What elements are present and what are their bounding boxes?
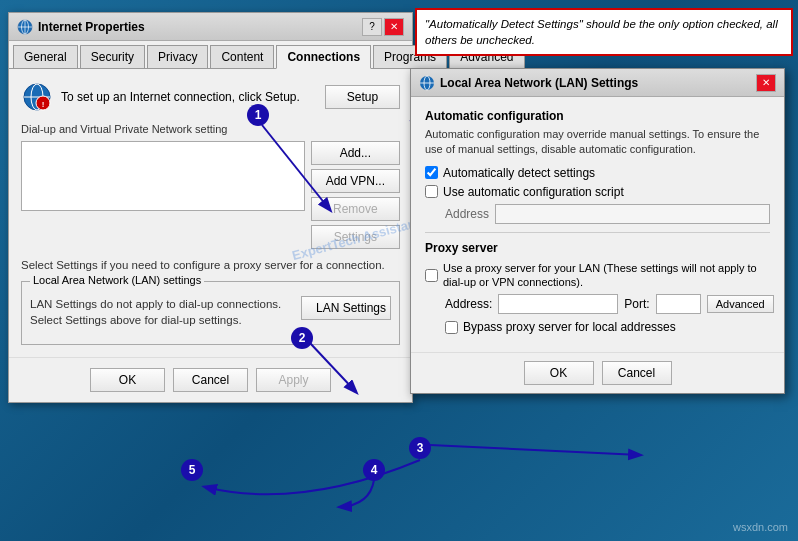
lan-dialog: Local Area Network (LAN) Settings ✕ Auto… bbox=[410, 68, 785, 394]
lan-dialog-title: Local Area Network (LAN) Settings bbox=[440, 76, 638, 90]
help-button[interactable]: ? bbox=[362, 18, 382, 36]
use-proxy-row: Use a proxy server for your LAN (These s… bbox=[425, 261, 770, 290]
vpn-buttons: Add... Add VPN... Remove Settings bbox=[311, 141, 400, 249]
internet-icon bbox=[17, 19, 33, 35]
lan-dialog-content: Automatic configuration Automatic config… bbox=[411, 97, 784, 352]
lan-group-title: Local Area Network (LAN) settings bbox=[30, 274, 204, 286]
remove-button[interactable]: Remove bbox=[311, 197, 400, 221]
window-title: Internet Properties bbox=[38, 20, 145, 34]
window-content: ! To set up an Internet connection, clic… bbox=[9, 69, 412, 357]
titlebar-left: Internet Properties bbox=[17, 19, 145, 35]
auto-script-label: Use automatic configuration script bbox=[443, 185, 624, 199]
dial-label: Dial-up and Virtual Private Network sett… bbox=[21, 123, 400, 135]
annotation-box: "Automatically Detect Settings" should b… bbox=[415, 8, 793, 56]
window-footer: OK Cancel Apply bbox=[9, 357, 412, 402]
setup-button[interactable]: Setup bbox=[325, 85, 400, 109]
lan-titlebar-left: Local Area Network (LAN) Settings bbox=[419, 75, 638, 91]
port-input[interactable]: 80 bbox=[656, 294, 701, 314]
auto-detect-label: Automatically detect settings bbox=[443, 166, 595, 180]
vpn-list-box bbox=[21, 141, 305, 211]
divider bbox=[425, 232, 770, 233]
bypass-row: Bypass proxy server for local addresses bbox=[445, 320, 770, 334]
lan-settings-button[interactable]: LAN Settings bbox=[301, 296, 391, 320]
address-label2: Address: bbox=[445, 297, 492, 311]
lan-text: LAN Settings do not apply to dial-up con… bbox=[30, 296, 291, 328]
titlebar: Internet Properties ? ✕ bbox=[9, 13, 412, 41]
auto-detect-row: Automatically detect settings bbox=[425, 166, 770, 180]
script-address-input[interactable] bbox=[495, 204, 770, 224]
lan-titlebar-controls: ✕ bbox=[756, 74, 776, 92]
add-button[interactable]: Add... bbox=[311, 141, 400, 165]
use-proxy-label: Use a proxy server for your LAN (These s… bbox=[443, 261, 770, 290]
tab-content[interactable]: Content bbox=[210, 45, 274, 68]
tab-general[interactable]: General bbox=[13, 45, 78, 68]
auto-detect-checkbox[interactable] bbox=[425, 166, 438, 179]
use-proxy-checkbox[interactable] bbox=[425, 269, 438, 282]
bypass-checkbox[interactable] bbox=[445, 321, 458, 334]
vpn-list bbox=[21, 141, 305, 249]
select-settings-text: Select Settings if you need to configure… bbox=[21, 257, 400, 273]
apply-button[interactable]: Apply bbox=[256, 368, 331, 392]
proxy-address-row: Address: Port: 80 Advanced bbox=[445, 294, 770, 314]
auto-config-title: Automatic configuration bbox=[425, 109, 770, 123]
tabs-bar: General Security Privacy Content Connect… bbox=[9, 41, 412, 69]
settings-button[interactable]: Settings bbox=[311, 225, 400, 249]
globe-icon: ! bbox=[21, 81, 53, 113]
ok-button[interactable]: OK bbox=[90, 368, 165, 392]
address-label: Address bbox=[445, 207, 489, 221]
cancel-button[interactable]: Cancel bbox=[173, 368, 248, 392]
add-vpn-button[interactable]: Add VPN... bbox=[311, 169, 400, 193]
close-button[interactable]: ✕ bbox=[384, 18, 404, 36]
setup-description: To set up an Internet connection, click … bbox=[61, 90, 300, 104]
port-label: Port: bbox=[624, 297, 649, 311]
vpn-area: Add... Add VPN... Remove Settings bbox=[21, 141, 400, 249]
auto-script-checkbox[interactable] bbox=[425, 185, 438, 198]
tab-connections[interactable]: Connections bbox=[276, 45, 371, 69]
setup-row: ! To set up an Internet connection, clic… bbox=[21, 81, 400, 113]
tab-security[interactable]: Security bbox=[80, 45, 145, 68]
auto-script-row: Use automatic configuration script bbox=[425, 185, 770, 199]
setup-text: ! To set up an Internet connection, clic… bbox=[21, 81, 315, 113]
annotation-text: "Automatically Detect Settings" should b… bbox=[425, 18, 778, 46]
lan-content: LAN Settings do not apply to dial-up con… bbox=[30, 296, 391, 336]
titlebar-controls: ? ✕ bbox=[362, 18, 404, 36]
lan-dialog-footer: OK Cancel bbox=[411, 352, 784, 393]
internet-properties-window: Internet Properties ? ✕ General Security… bbox=[8, 12, 413, 403]
lan-titlebar: Local Area Network (LAN) Settings ✕ bbox=[411, 69, 784, 97]
script-address-row: Address bbox=[445, 204, 770, 224]
lan-cancel-button[interactable]: Cancel bbox=[602, 361, 672, 385]
lan-icon bbox=[419, 75, 435, 91]
auto-config-desc: Automatic configuration may override man… bbox=[425, 127, 770, 158]
bypass-label: Bypass proxy server for local addresses bbox=[463, 320, 676, 334]
lan-group: Local Area Network (LAN) settings LAN Se… bbox=[21, 281, 400, 345]
lan-close-button[interactable]: ✕ bbox=[756, 74, 776, 92]
svg-text:!: ! bbox=[42, 100, 45, 109]
proxy-title: Proxy server bbox=[425, 241, 770, 255]
tab-privacy[interactable]: Privacy bbox=[147, 45, 208, 68]
lan-ok-button[interactable]: OK bbox=[524, 361, 594, 385]
watermark: wsxdn.com bbox=[733, 521, 788, 533]
advanced-button[interactable]: Advanced bbox=[707, 295, 774, 313]
proxy-address-input[interactable] bbox=[498, 294, 618, 314]
